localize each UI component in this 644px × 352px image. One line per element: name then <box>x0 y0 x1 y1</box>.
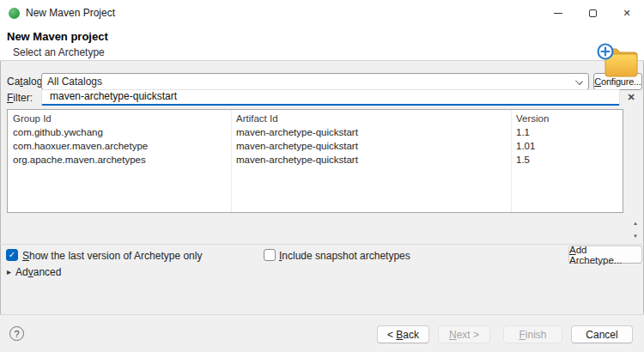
scroll-up-button[interactable]: ▲ <box>629 217 641 228</box>
show-last-version-label[interactable]: Show the last version of Archetype only <box>22 250 202 262</box>
title-bar: New Maven Project ✕ <box>0 0 644 26</box>
filter-input-value: maven-archetype-quickstart <box>50 90 177 102</box>
expander-arrow-icon: ▸ <box>7 268 11 276</box>
column-header-group-id[interactable]: Group Id <box>8 111 231 126</box>
maximize-button[interactable] <box>575 0 610 26</box>
close-icon: ✕ <box>623 9 630 18</box>
help-button[interactable]: ? <box>9 326 24 341</box>
table-header-row: Group Id Artifact Id Version <box>8 111 623 126</box>
table-row[interactable]: com.haoxuer.maven.archetype maven-archet… <box>8 140 623 154</box>
include-snapshots-checkbox[interactable] <box>264 249 276 261</box>
page-title: New Maven project <box>7 30 108 43</box>
cancel-button[interactable]: Cancel <box>571 325 633 343</box>
check-icon: ✓ <box>9 251 15 259</box>
archetype-table[interactable]: Group Id Artifact Id Version com.github.… <box>7 109 623 213</box>
separator <box>0 244 644 245</box>
catalog-dropdown[interactable]: All Catalogs <box>41 73 589 90</box>
next-button: Next > <box>438 325 490 343</box>
window-controls: ✕ <box>541 0 644 26</box>
column-header-artifact-id[interactable]: Artifact Id <box>231 111 511 126</box>
clear-filter-button[interactable]: ✕ <box>624 90 638 104</box>
table-row[interactable]: com.github.ywchang maven-archetype-quick… <box>8 126 623 140</box>
finish-button: Finish <box>503 325 562 343</box>
button-bar: ? < Back Next > Finish Cancel <box>0 314 644 352</box>
catalog-selected-value: All Catalogs <box>47 76 102 88</box>
help-icon: ? <box>14 329 19 339</box>
add-archetype-button[interactable]: Add Archetype... <box>568 246 642 264</box>
table-row[interactable]: org.apache.maven.archetypes maven-archet… <box>8 154 623 167</box>
catalog-label: Catalog: <box>7 76 46 88</box>
filter-input[interactable]: maven-archetype-quickstart <box>41 89 620 106</box>
app-icon <box>9 8 20 19</box>
minimize-button[interactable] <box>541 0 575 26</box>
scroll-down-button[interactable]: ▼ <box>629 230 641 241</box>
chevron-down-icon <box>575 77 582 84</box>
column-header-version[interactable]: Version <box>511 111 623 126</box>
minimize-icon <box>554 13 562 14</box>
maximize-icon <box>589 9 597 17</box>
close-button[interactable]: ✕ <box>610 0 644 26</box>
page-subtitle: Select an Archetype <box>13 46 105 58</box>
scroll-up-icon: ▲ <box>633 221 638 226</box>
advanced-expander[interactable]: ▸ Advanced <box>7 266 61 278</box>
window-title: New Maven Project <box>26 0 115 26</box>
back-button[interactable]: < Back <box>377 325 429 343</box>
show-last-version-checkbox[interactable]: ✓ <box>6 249 18 261</box>
wizard-header: New Maven project Select an Archetype <box>0 26 644 61</box>
scroll-down-icon: ▼ <box>633 234 638 239</box>
clear-icon: ✕ <box>627 92 635 103</box>
advanced-label: Advanced <box>15 266 61 278</box>
include-snapshots-label[interactable]: Include snapshot archetypes <box>279 250 410 262</box>
new-maven-project-dialog: New Maven Project ✕ New Maven project Se… <box>0 0 644 352</box>
new-project-folder-icon <box>597 43 640 79</box>
filter-label: Filter: <box>7 92 33 104</box>
